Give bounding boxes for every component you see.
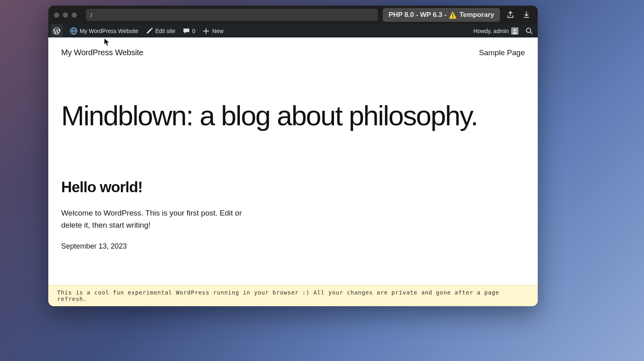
post-excerpt: Welcome to WordPress. This is your first… [61, 207, 261, 231]
plus-icon [202, 27, 210, 35]
window-traffic-lights [54, 12, 77, 18]
url-text: / [91, 12, 92, 19]
site-page: My WordPress Website Sample Page Mindblo… [48, 37, 538, 306]
site-globe-icon [70, 27, 77, 35]
environment-badge[interactable]: PHP 8.0 - WP 6.3 - ⚠️ Temporary [383, 8, 500, 22]
edit-site-label: Edit site [155, 28, 175, 34]
svg-point-4 [526, 28, 531, 32]
comments-link[interactable]: 0 [183, 24, 196, 37]
experimental-banner: This is a cool fun experimental WordPres… [48, 285, 538, 306]
window-close-button[interactable] [54, 12, 59, 18]
search-icon [526, 27, 533, 35]
env-temporary: Temporary [459, 11, 494, 19]
howdy-label: Howdy, admin [473, 28, 509, 34]
comment-icon [183, 27, 190, 35]
new-content-link[interactable]: New [202, 24, 223, 37]
url-bar[interactable]: / [86, 9, 378, 21]
window-zoom-button[interactable] [72, 12, 77, 18]
desktop-wallpaper: / PHP 8.0 - WP 6.3 - ⚠️ Temporary [0, 0, 644, 361]
browser-chrome-bar: / PHP 8.0 - WP 6.3 - ⚠️ Temporary [48, 6, 538, 24]
wp-logo-menu[interactable] [51, 24, 63, 37]
share-icon [506, 10, 515, 19]
post-date: September 13, 2023 [61, 242, 261, 251]
wp-admin-bar: My WordPress Website Edit site 0 New [48, 24, 538, 37]
hero-section: Mindblown: a blog about philosophy. [48, 61, 538, 155]
site-header: My WordPress Website Sample Page [48, 37, 538, 61]
pencil-icon [146, 27, 153, 35]
new-label: New [212, 28, 223, 34]
account-menu[interactable]: Howdy, admin [473, 24, 518, 37]
edit-site-link[interactable]: Edit site [146, 24, 175, 37]
site-name-menu[interactable]: My WordPress Website [70, 24, 138, 37]
post-card: Hello world! Welcome to WordPress. This … [48, 155, 274, 251]
site-title[interactable]: My WordPress Website [61, 48, 143, 57]
svg-line-5 [530, 32, 533, 34]
user-avatar-icon [511, 27, 518, 35]
nav-sample-page[interactable]: Sample Page [479, 48, 525, 57]
warning-icon: ⚠️ [449, 11, 457, 19]
banner-text: This is a cool fun experimental WordPres… [57, 289, 499, 302]
env-prefix: PHP 8.0 - WP 6.3 - [388, 11, 446, 19]
window-minimize-button[interactable] [63, 12, 68, 18]
share-button[interactable] [505, 9, 516, 21]
download-icon [522, 10, 531, 19]
browser-window: / PHP 8.0 - WP 6.3 - ⚠️ Temporary [48, 6, 538, 306]
site-name-label: My WordPress Website [80, 28, 138, 34]
download-button[interactable] [521, 9, 532, 21]
post-title[interactable]: Hello world! [61, 179, 261, 196]
wordpress-logo-icon [53, 27, 60, 35]
comments-count: 0 [192, 28, 196, 34]
adminbar-search[interactable] [526, 24, 533, 37]
hero-heading: Mindblown: a blog about philosophy. [61, 102, 525, 131]
svg-point-3 [514, 29, 516, 31]
